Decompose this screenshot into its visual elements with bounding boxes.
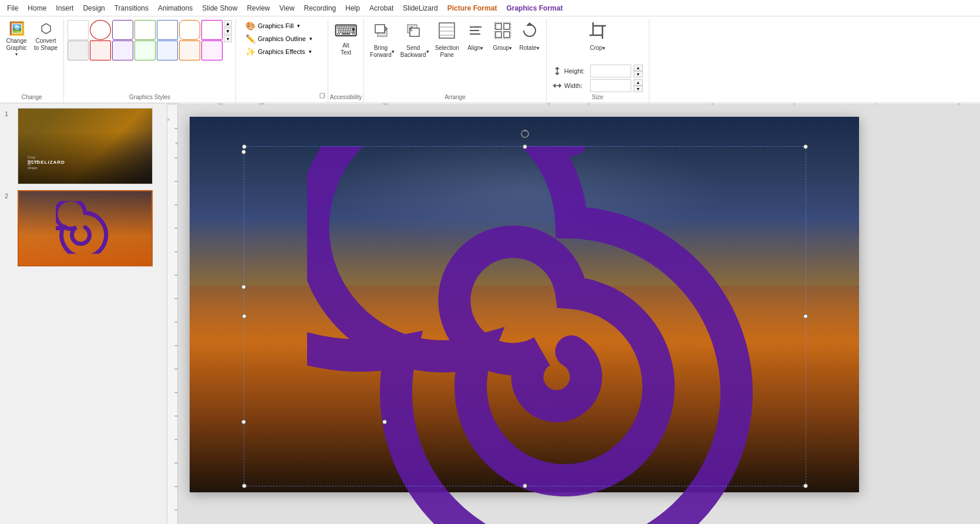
ribbon-group-graphics-styles: ▲ ▼ ▾ Graphics Styles (64, 19, 236, 103)
rotate-button[interactable]: Rotate ▾ (517, 20, 543, 53)
swatch-row-1 (68, 20, 223, 40)
size-group-label: Size (547, 94, 649, 100)
menu-slideshow[interactable]: Slide Show (197, 2, 242, 15)
style-swatch-3[interactable] (112, 20, 133, 40)
style-swatch-7[interactable] (201, 20, 223, 40)
style-swatch-8[interactable] (68, 40, 89, 60)
width-spinner[interactable]: ▲ ▼ (634, 79, 643, 92)
graphics-styles-label: Graphics Styles (64, 94, 235, 100)
send-backward-icon (405, 21, 424, 43)
swatch-scroll-more[interactable]: ▾ (224, 35, 232, 42)
convert-shape-button[interactable]: ⬡ Convert to Shape (32, 20, 60, 53)
send-backward-dropdown[interactable]: ▾ (426, 49, 429, 55)
style-swatch-11[interactable] (134, 40, 156, 60)
rotate-dropdown[interactable]: ▾ (537, 45, 540, 52)
align-icon (466, 21, 485, 43)
menu-view[interactable]: View (275, 2, 299, 15)
slide-thumbnail-1[interactable]: SLIDELIZARD Crop images to shape (18, 108, 153, 184)
graphics-fill-icon: 🎨 (245, 21, 255, 31)
style-swatch-9[interactable] (90, 40, 111, 60)
graphics-fill-button[interactable]: 🎨 Graphics Fill ▾ (242, 20, 324, 32)
bring-forward-icon (373, 21, 392, 43)
graphics-effects-dropdown[interactable]: ▾ (309, 49, 312, 55)
slide2-bg (19, 191, 151, 265)
style-swatch-2[interactable] (90, 20, 111, 40)
style-swatch-1[interactable] (68, 20, 89, 40)
style-swatch-4[interactable] (134, 20, 156, 40)
svg-marker-16 (526, 22, 533, 26)
menu-recording[interactable]: Recording (299, 2, 341, 15)
style-swatch-14[interactable] (201, 40, 223, 60)
crop-dropdown[interactable]: ▾ (602, 45, 605, 52)
menu-animations[interactable]: Animations (153, 2, 197, 15)
menu-review[interactable]: Review (242, 2, 274, 15)
spiral-graphic[interactable] (307, 146, 836, 524)
align-label: Align (467, 45, 480, 52)
graphics-outline-button[interactable]: ✏️ Graphics Outline ▾ (242, 33, 324, 45)
ruler-v-svg: 9 8 (167, 105, 178, 524)
graphics-styles-expand[interactable] (319, 92, 325, 100)
align-button[interactable]: Align ▾ (463, 20, 489, 53)
style-swatch-5[interactable] (157, 20, 178, 40)
group-dropdown[interactable]: ▾ (509, 45, 512, 52)
menu-transitions[interactable]: Transitions (110, 2, 153, 15)
width-icon (553, 81, 562, 90)
graphics-effects-button[interactable]: ✨ Graphics Effects ▾ (242, 46, 324, 58)
menu-file[interactable]: File (2, 2, 23, 15)
height-input[interactable] (590, 65, 631, 77)
spiral-svg (307, 146, 836, 524)
group-button[interactable]: Group ▾ (490, 20, 516, 53)
menu-design[interactable]: Design (78, 2, 109, 15)
slide2-spiral (56, 201, 114, 256)
slide-thumbnail-2[interactable] (18, 190, 153, 266)
menu-graphics-format[interactable]: Graphics Format (501, 2, 567, 15)
style-swatch-6[interactable] (179, 20, 200, 40)
slide-canvas[interactable] (190, 117, 859, 492)
align-dropdown[interactable]: ▾ (480, 45, 483, 52)
accessibility-label: Accessibility (328, 94, 363, 100)
slide-panel: 1 SLIDELIZARD Crop images to shape 2 (0, 103, 167, 524)
slide-number-2: 2 (5, 190, 13, 200)
graphics-outline-dropdown[interactable]: ▾ (309, 36, 312, 42)
menu-insert[interactable]: Insert (51, 2, 78, 15)
swatch-scroll-controls: ▲ ▼ ▾ (224, 20, 232, 42)
main-area: 1 SLIDELIZARD Crop images to shape 2 (0, 103, 980, 524)
ribbon-group-arrange: Bring Forward ▾ Send Backward ▾ (364, 19, 547, 103)
menu-bar: File Home Insert Design Transitions Anim… (0, 0, 980, 16)
graphics-options-group: 🎨 Graphics Fill ▾ ✏️ Graphics Outline ▾ … (240, 20, 324, 68)
alt-text-label: Alt Text (341, 42, 351, 56)
menu-home[interactable]: Home (23, 2, 51, 15)
menu-picture-format[interactable]: Picture Format (443, 2, 502, 15)
change-graphic-dropdown[interactable]: ▾ (15, 52, 18, 58)
style-swatch-13[interactable] (179, 40, 200, 60)
width-input[interactable] (590, 79, 631, 92)
selection-pane-button[interactable]: Selection Pane (433, 20, 462, 60)
graphics-fill-dropdown[interactable]: ▾ (297, 23, 300, 29)
height-icon (553, 66, 562, 76)
change-graphic-button[interactable]: 🖼️ Change Graphic ▾ (4, 20, 29, 59)
graphics-effects-icon: ✨ (245, 47, 255, 56)
menu-acrobat[interactable]: Acrobat (365, 2, 398, 15)
style-swatch-12[interactable] (157, 40, 178, 60)
swatch-scroll-up[interactable]: ▲ (224, 20, 232, 27)
menu-help[interactable]: Help (341, 2, 365, 15)
height-up[interactable]: ▲ (634, 65, 643, 71)
width-up[interactable]: ▲ (634, 79, 643, 86)
bring-forward-dropdown[interactable]: ▾ (392, 49, 395, 55)
bring-forward-button[interactable]: Bring Forward ▾ (368, 20, 397, 60)
svg-rect-14 (504, 32, 510, 38)
alt-text-button[interactable]: ⌨ Alt Text (332, 20, 360, 58)
width-down[interactable]: ▼ (634, 86, 643, 92)
height-down[interactable]: ▼ (634, 71, 643, 77)
send-backward-button[interactable]: Send Backward ▾ (398, 20, 432, 60)
canvas-main[interactable]: ↙ (178, 105, 980, 524)
ribbon-group-change: 🖼️ Change Graphic ▾ ⬡ Convert to Shape C… (0, 19, 64, 103)
ribbon: 🖼️ Change Graphic ▾ ⬡ Convert to Shape C… (0, 16, 980, 103)
group-icon (493, 21, 512, 43)
menu-slidelizard[interactable]: SlideLizard (398, 2, 442, 15)
crop-button[interactable]: Crop ▾ (583, 20, 612, 53)
height-spinner[interactable]: ▲ ▼ (634, 65, 643, 77)
swatch-scroll-down[interactable]: ▼ (224, 28, 232, 35)
style-swatch-10[interactable] (112, 40, 133, 60)
slide1-bg: SLIDELIZARD Crop images to shape (18, 109, 152, 184)
